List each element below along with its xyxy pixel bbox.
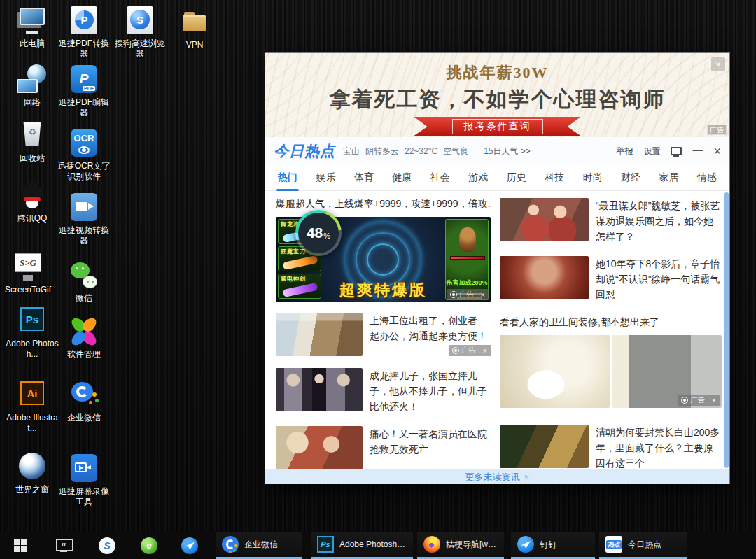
desktop-mode-icon[interactable] [671, 147, 682, 155]
ad-badge[interactable]: 广告× [449, 345, 491, 356]
pdf-converter-icon: P [68, 6, 100, 36]
desktop-icon-pdf-converter[interactable]: P迅捷PDF转换器 [56, 6, 112, 59]
vertical-scrollbar[interactable] [724, 192, 729, 468]
banner-close-icon[interactable]: × [711, 57, 725, 71]
taskbar: uSe企业微信PsAdobe Photosho...桔梗导航[www.jieg.… [0, 532, 756, 559]
desktop-icon-label: 此电脑 [4, 38, 60, 49]
desktop-icon-label: ScreenToGif [0, 285, 56, 295]
news-item-game-ad[interactable]: 爆服超人气，上线爆率+9999，攻速+9999，倍攻...御龙冰剑狂魔宝刀紫电神… [276, 198, 491, 302]
dingtalk-icon [181, 537, 198, 554]
desktop-icon-label: 腾讯QQ [4, 213, 60, 224]
desktop-icon-network[interactable]: 网络 [4, 64, 60, 108]
ad-badge[interactable]: 广告× [678, 395, 720, 406]
desktop-icon-label: Adobe Photosh... [4, 339, 60, 360]
ad-choices-icon [450, 291, 457, 298]
desktop-icon-photoshop[interactable]: PsAdobe Photosh... [4, 306, 60, 360]
news-thumbnail [276, 313, 363, 356]
desktop-icon-computer[interactable]: 此电脑 [4, 6, 60, 49]
dingtalk-icon[interactable] [175, 532, 204, 559]
tab-家居[interactable]: 家居 [658, 165, 680, 190]
taskbar-button-ww[interactable]: 企业微信 [216, 532, 302, 559]
tab-历史[interactable]: 历史 [505, 165, 528, 190]
desktop-icon-software-manager[interactable]: 软件管理 [56, 316, 112, 360]
ad-badge[interactable]: 广告× [447, 289, 489, 300]
taskbar-button-ps[interactable]: PsAdobe Photosho... [311, 532, 413, 559]
ad-image-pair: 广告× [500, 335, 722, 408]
desktop-icon-label: 微信 [56, 293, 112, 304]
news-item-ad[interactable]: 看看人家的卫生间装修,都不想出来了广告× [500, 314, 722, 408]
hot-news-icon: 热点 [606, 536, 622, 553]
minimize-button[interactable]: — [692, 143, 703, 155]
desktop-icon-wechat[interactable]: 微信 [56, 260, 112, 304]
taskbar-button-label: Adobe Photosho... [340, 539, 407, 549]
news-thumbnail [276, 426, 363, 469]
tab-时尚[interactable]: 时尚 [582, 165, 604, 190]
desktop-icon-world-browser[interactable]: 世界之窗 [4, 451, 60, 495]
desktop-icon-screentogif[interactable]: S>GScreenToGif [0, 252, 56, 295]
tab-健康[interactable]: 健康 [391, 165, 413, 190]
tab-游戏[interactable]: 游戏 [467, 165, 489, 190]
dingtalk-icon [517, 536, 534, 553]
network-icon [16, 64, 48, 95]
desktop-icon-sogou-browser[interactable]: S搜狗高速浏览器 [112, 6, 168, 59]
desktop-icon-qq[interactable]: 腾讯QQ [4, 181, 60, 224]
desktop-icon-illustrator[interactable]: AiAdobe Illustrat... [4, 380, 60, 434]
tab-科技[interactable]: 科技 [543, 165, 566, 190]
taskbar-button-hot[interactable]: 热点今日热点 [599, 532, 687, 559]
ad-choices-icon [452, 347, 459, 354]
photoshop-icon: Ps [16, 306, 48, 337]
news-item[interactable]: 清朝为何要封禁长白山200多年，里面藏了什么？主要原因有这三个 [500, 425, 722, 469]
desktop-icon-ocr[interactable]: OCR迅捷OCR文字识别软件 [56, 128, 112, 182]
start-button [12, 537, 29, 554]
news-thumbnail [276, 368, 363, 411]
ad-close-icon[interactable]: × [477, 290, 485, 299]
start-button[interactable] [6, 532, 35, 559]
recycle-bin-icon [16, 120, 48, 151]
tab-社会[interactable]: 社会 [429, 165, 451, 190]
news-item[interactable]: 她10年夺下8个影后，章子怡却说“不认识”徐峥一句话霸气回怼 [500, 256, 722, 302]
ad-headline-small: 挑战年薪30W [265, 62, 729, 83]
news-item[interactable]: 痛心！又一著名演员在医院抢救无效死亡 [276, 426, 491, 469]
ad-cta-button[interactable]: 报考条件查询 [414, 117, 581, 136]
desktop-icon-recycle-bin[interactable]: 回收站 [4, 120, 60, 164]
desktop-icon-screen-recorder[interactable]: 迅捷屏幕录像工具 [56, 453, 112, 507]
more-news-footer[interactable]: 更多未读资讯 [265, 469, 729, 484]
tab-体育[interactable]: 体育 [353, 165, 375, 190]
wework-icon [68, 380, 100, 411]
app-logo: 今日热点 [274, 141, 335, 161]
software-manager-icon [68, 316, 100, 347]
desktop-icon-vpn[interactable]: VPN [167, 7, 223, 50]
settings-button[interactable]: 设置 [643, 146, 660, 157]
tab-情感[interactable]: 情感 [696, 165, 718, 190]
desktop-icon-video-converter[interactable]: 迅捷视频转换器 [56, 192, 112, 246]
news-item[interactable]: 成龙捧儿子，张国立捧儿子，他从不捧儿子，但儿子比他还火！ [276, 368, 491, 414]
news-item-ad[interactable]: 上海工位出租了，创业者一起办公，沟通起来更方便！广告× [276, 313, 491, 356]
monitor-icon[interactable]: u [49, 532, 78, 559]
taskbar-button-ff[interactable]: 桔梗导航[www.jieg... [417, 532, 504, 559]
desktop-icon-wework[interactable]: 企业微信 [56, 380, 112, 423]
weather-forecast-link[interactable]: 15日天气 >> [484, 146, 531, 157]
desktop-icon-pdf-editor[interactable]: PPDF迅捷PDF编辑器 [56, 64, 112, 118]
sogou-browser-icon: S [99, 537, 115, 554]
tab-财经[interactable]: 财经 [620, 165, 642, 190]
firefox-icon [424, 536, 440, 553]
weapon-art [282, 255, 318, 270]
news-item[interactable]: “最丑谋女郎”魏敏芝，被张艺谋劝退娱乐圈之后，如今她怎样了？ [500, 198, 722, 244]
news-title: “最丑谋女郎”魏敏芝，被张艺谋劝退娱乐圈之后，如今她怎样了？ [596, 198, 722, 244]
chevron-down-icon [524, 474, 531, 479]
news-thumbnail [500, 198, 589, 241]
tab-热门[interactable]: 热门 [276, 165, 299, 190]
sogou-browser-icon[interactable]: S [92, 532, 122, 559]
tab-娱乐[interactable]: 娱乐 [314, 165, 337, 190]
ad-close-icon[interactable]: × [708, 396, 716, 404]
taskbar-button-dd[interactable]: 钉钉 [511, 532, 595, 559]
desktop-icon-label: 迅捷视频转换器 [56, 225, 112, 246]
report-button[interactable]: 举报 [616, 146, 633, 157]
ad-close-icon[interactable]: × [479, 346, 487, 355]
more-news-label: 更多未读资讯 [465, 471, 519, 483]
weather-condition: 阴转多云 [365, 146, 399, 157]
browser-360-icon[interactable]: e [134, 532, 164, 559]
top-ad-banner[interactable]: 挑战年薪30W 拿着死工资，不如学个心理咨询师 报考条件查询 × 广告 [265, 53, 729, 137]
close-button[interactable]: × [713, 144, 721, 159]
browser-360-icon: e [141, 537, 158, 554]
